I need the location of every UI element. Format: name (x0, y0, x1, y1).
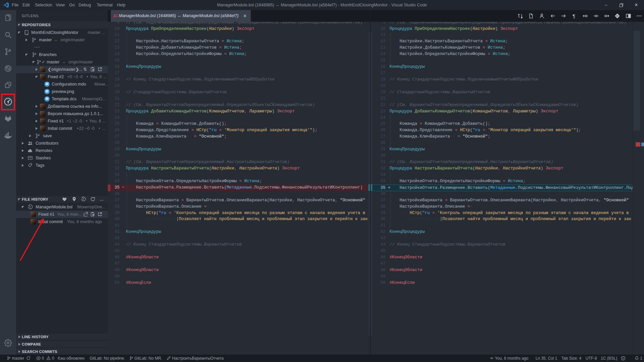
svg-text:¶: ¶ (572, 13, 575, 19)
